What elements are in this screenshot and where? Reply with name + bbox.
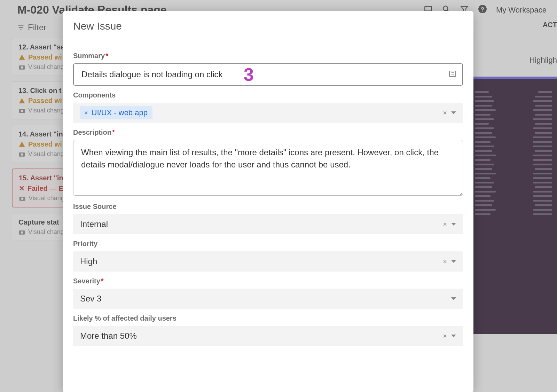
priority-select[interactable]: High ×	[73, 251, 463, 272]
chevron-down-icon[interactable]	[451, 111, 456, 114]
modal-body: Summary* Components × UI/UX - web app × …	[63, 39, 473, 392]
issue-source-label: Issue Source	[73, 203, 463, 211]
severity-value: Sev 3	[80, 294, 101, 304]
priority-label: Priority	[73, 240, 463, 248]
description-textarea[interactable]	[73, 140, 463, 196]
severity-select[interactable]: Sev 3	[73, 289, 463, 309]
component-chip[interactable]: × UI/UX - web app	[80, 106, 152, 119]
clear-icon[interactable]: ×	[443, 258, 447, 265]
modal-title: New Issue	[63, 11, 473, 39]
chevron-down-icon[interactable]	[451, 260, 456, 263]
severity-label: Severity*	[73, 277, 463, 285]
form-icon[interactable]	[448, 70, 457, 79]
priority-value: High	[80, 257, 97, 266]
clear-icon[interactable]: ×	[443, 221, 447, 228]
annotation-step-3: 3	[244, 64, 254, 85]
components-label: Components	[73, 91, 463, 99]
affected-label: Likely % of affected daily users	[73, 314, 463, 322]
new-issue-modal: New Issue Summary* Components × UI/UX - …	[63, 11, 473, 392]
summary-label: Summary*	[73, 52, 463, 60]
description-label: Description*	[73, 128, 463, 136]
affected-value: More than 50%	[80, 331, 137, 341]
chip-label: UI/UX - web app	[92, 108, 148, 117]
chip-remove-icon[interactable]: ×	[84, 109, 88, 117]
clear-icon[interactable]: ×	[443, 109, 447, 116]
issue-source-select[interactable]: Internal ×	[73, 214, 463, 234]
clear-icon[interactable]: ×	[443, 332, 447, 339]
components-select[interactable]: × UI/UX - web app ×	[73, 103, 463, 123]
affected-select[interactable]: More than 50% ×	[73, 326, 463, 346]
chevron-down-icon[interactable]	[451, 335, 456, 337]
issue-source-value: Internal	[80, 219, 108, 229]
chevron-down-icon[interactable]	[451, 223, 456, 226]
chevron-down-icon[interactable]	[451, 297, 456, 300]
summary-input[interactable]	[73, 63, 463, 86]
